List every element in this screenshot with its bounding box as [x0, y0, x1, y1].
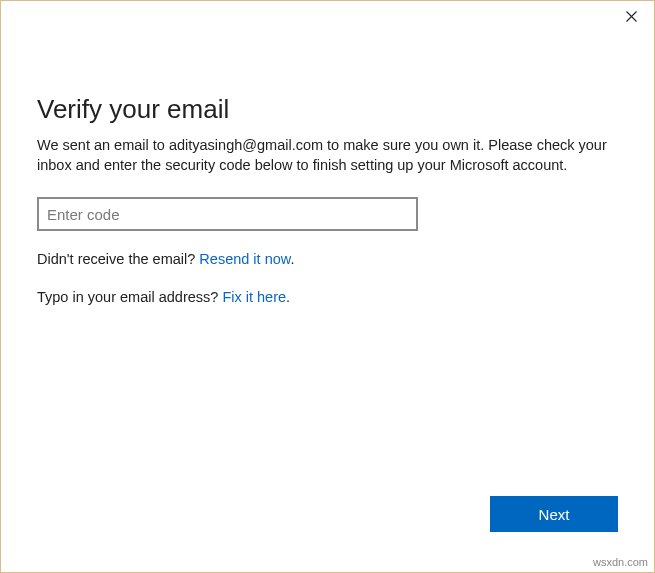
description-text: We sent an email to adityasingh@gmail.co… [37, 135, 618, 175]
next-button[interactable]: Next [490, 496, 618, 532]
watermark: wsxdn.com [593, 556, 648, 568]
typo-prefix: Typo in your email address? [37, 289, 222, 305]
typo-line: Typo in your email address? Fix it here. [37, 289, 618, 305]
fix-link[interactable]: Fix it here [222, 289, 286, 305]
resend-period: . [290, 251, 294, 267]
typo-period: . [286, 289, 290, 305]
resend-prefix: Didn't receive the email? [37, 251, 199, 267]
resend-link[interactable]: Resend it now [199, 251, 290, 267]
resend-line: Didn't receive the email? Resend it now. [37, 251, 618, 267]
code-input[interactable] [37, 197, 418, 231]
close-icon [626, 11, 637, 22]
page-title: Verify your email [37, 94, 618, 125]
dialog-content: Verify your email We sent an email to ad… [1, 31, 654, 305]
close-button[interactable] [609, 1, 654, 31]
titlebar [1, 1, 654, 31]
footer: Next [490, 496, 618, 532]
